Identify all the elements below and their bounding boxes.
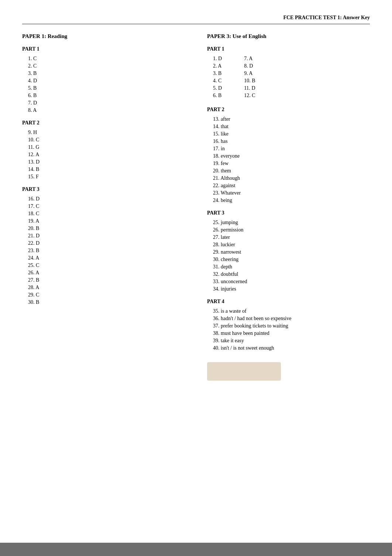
list-item: 3. B (28, 71, 185, 76)
list-item: 27. later (213, 234, 370, 240)
list-item: 2. A (213, 63, 222, 69)
list-item: 30. cheering (213, 257, 370, 262)
list-item: 9. A (244, 71, 255, 76)
paper1-part1-list: 1. C 2. C 3. B 4. D 5. B 6. B 7. D 8. A (22, 56, 185, 113)
list-item: 21. Although (213, 175, 370, 181)
list-item: 24. A (28, 255, 185, 261)
paper1-part3-list: 16. D 17. C 18. C 19. A 20. B 21. D 22. … (22, 196, 185, 305)
watermark-image (207, 362, 281, 381)
list-item: 5. D (213, 85, 222, 91)
list-item: 38. must have been painted (213, 330, 370, 336)
paper1-column: PAPER 1: Reading PART 1 1. C 2. C 3. B 4… (22, 33, 185, 381)
list-item: 9. H (28, 130, 185, 135)
list-item: 25. C (28, 262, 185, 268)
list-item: 19. few (213, 161, 370, 167)
list-item: 10. C (28, 137, 185, 143)
list-item: 16. has (213, 138, 370, 144)
list-item: 33. unconcerned (213, 279, 370, 285)
list-item: 7. D (28, 100, 185, 106)
list-item: 39. take it easy (213, 338, 370, 344)
list-item: 7. A (244, 56, 255, 62)
paper3-part2-list: 13. after 14. that 15. like 16. has 17. … (207, 116, 370, 203)
paper3-column: PAPER 3: Use of English PART 1 1. D 2. A… (207, 33, 370, 381)
list-item: 21. D (28, 233, 185, 239)
list-item: 30. B (28, 299, 185, 305)
list-item: 6. B (213, 93, 222, 99)
paper1-part1-label: PART 1 (22, 46, 185, 52)
paper3-part3-list: 25. jumping 26. permission 27. later 28.… (207, 220, 370, 292)
paper3-part4-list: 35. is a waste of 36. hadn't / had not b… (207, 308, 370, 351)
list-item: 13. after (213, 116, 370, 122)
list-item: 5. B (28, 85, 185, 91)
header-title: FCE PRACTICE TEST 1: Answer Key (283, 15, 370, 20)
list-item: 11. D (244, 85, 255, 91)
list-item: 31. depth (213, 264, 370, 270)
list-item: 24. being (213, 198, 370, 203)
list-item: 13. D (28, 159, 185, 165)
list-item: 12. C (244, 93, 255, 99)
list-item: 20. B (28, 226, 185, 231)
list-item: 2. C (28, 63, 185, 69)
list-item: 8. D (244, 63, 255, 69)
page-header: FCE PRACTICE TEST 1: Answer Key (22, 15, 370, 24)
list-item: 16. D (28, 196, 185, 202)
list-item: 1. D (213, 56, 222, 62)
list-item: 17. in (213, 146, 370, 152)
list-item: 22. against (213, 183, 370, 189)
list-item: 4. C (213, 78, 222, 84)
list-item: 10. B (244, 78, 255, 84)
list-item: 17. C (28, 203, 185, 209)
paper3-part1-col1: 1. D 2. A 3. B 4. C 5. D 6. B (213, 56, 222, 100)
list-item: 26. permission (213, 227, 370, 233)
list-item: 37. prefer booking tickets to waiting (213, 323, 370, 329)
paper3-part1-label: PART 1 (207, 46, 370, 52)
list-item: 14. B (28, 167, 185, 172)
list-item: 19. A (28, 218, 185, 224)
list-item: 11. G (28, 144, 185, 150)
list-item: 22. D (28, 240, 185, 246)
list-item: 15. like (213, 131, 370, 137)
list-item: 40. isn't / is not sweet enough (213, 345, 370, 351)
list-item: 27. B (28, 277, 185, 283)
list-item: 15. F (28, 174, 185, 180)
list-item: 28. luckier (213, 242, 370, 248)
paper3-part1-twocol: 1. D 2. A 3. B 4. C 5. D 6. B 7. A 8. D … (207, 56, 370, 100)
paper3-part4-label: PART 4 (207, 299, 370, 305)
paper3-part3-label: PART 3 (207, 210, 370, 216)
list-item: 1. C (28, 56, 185, 62)
paper1-title: PAPER 1: Reading (22, 33, 185, 40)
list-item: 12. A (28, 152, 185, 158)
list-item: 18. C (28, 211, 185, 217)
paper3-title: PAPER 3: Use of English (207, 33, 370, 40)
paper1-part3-label: PART 3 (22, 186, 185, 192)
paper3-part1-col2: 7. A 8. D 9. A 10. B 11. D 12. C (244, 56, 255, 100)
list-item: 23. B (28, 248, 185, 254)
list-item: 23. Whatever (213, 190, 370, 196)
list-item: 34. injuries (213, 286, 370, 292)
paper1-part2-label: PART 2 (22, 120, 185, 126)
list-item: 4. D (28, 78, 185, 84)
list-item: 18. everyone (213, 153, 370, 159)
footer-bar (0, 543, 392, 556)
list-item: 20. them (213, 168, 370, 174)
list-item: 29. narrowest (213, 249, 370, 255)
list-item: 8. A (28, 107, 185, 113)
paper1-part2-list: 9. H 10. C 11. G 12. A 13. D 14. B 15. F (22, 130, 185, 180)
list-item: 36. hadn't / had not been so expensive (213, 316, 370, 322)
paper3-part2-label: PART 2 (207, 107, 370, 113)
list-item: 3. B (213, 71, 222, 76)
list-item: 6. B (28, 93, 185, 99)
list-item: 25. jumping (213, 220, 370, 226)
list-item: 29. C (28, 292, 185, 298)
list-item: 35. is a waste of (213, 308, 370, 314)
list-item: 14. that (213, 124, 370, 130)
list-item: 28. A (28, 285, 185, 291)
list-item: 26. A (28, 270, 185, 276)
list-item: 32. doubtful (213, 271, 370, 277)
